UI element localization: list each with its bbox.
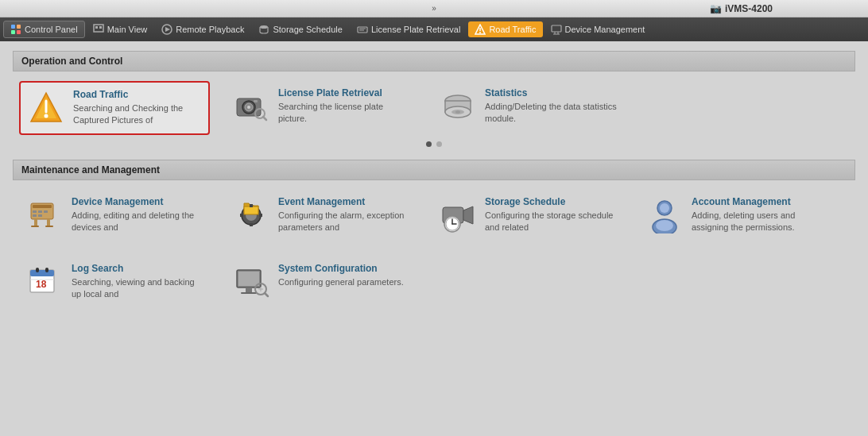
svg-point-27 <box>247 106 250 109</box>
event-management-icon <box>232 196 270 234</box>
event-management-title: Event Management <box>278 196 410 207</box>
svg-rect-4 <box>94 25 103 32</box>
card-system-config[interactable]: System Configuration Configuring general… <box>226 257 417 307</box>
dot-1[interactable] <box>426 141 432 147</box>
expand-button[interactable]: » <box>432 4 436 13</box>
device-management-text: Device Management Adding, editing and de… <box>72 196 203 234</box>
svg-point-35 <box>455 111 460 114</box>
license-plate-desc: Searching the license plate picture. <box>278 101 410 125</box>
card-log-search[interactable]: 18 Log Search Searching, viewing and bac… <box>19 257 210 307</box>
road-traffic-nav-icon <box>475 24 486 35</box>
statistics-desc: Adding/Deleting the data statistics modu… <box>485 101 617 125</box>
svg-text:18: 18 <box>36 279 47 290</box>
storage-schedule-desc: Configuring the storage schedule and rel… <box>485 210 617 234</box>
control-panel-icon <box>10 24 21 35</box>
svg-marker-55 <box>463 206 473 224</box>
nav-item-device-management[interactable]: Device Management <box>544 21 652 37</box>
log-search-desc: Searching, viewing and backing up local … <box>72 276 203 301</box>
svg-rect-66 <box>36 268 39 272</box>
svg-rect-40 <box>44 210 48 213</box>
svg-point-62 <box>660 203 669 213</box>
svg-rect-71 <box>238 272 259 286</box>
event-management-text: Event Management Configuring the alarm, … <box>278 196 410 234</box>
svg-rect-16 <box>552 25 561 32</box>
card-road-traffic[interactable]: Road Traffic Searching and Checking the … <box>19 81 210 135</box>
svg-rect-46 <box>45 226 53 227</box>
section-header-maintenance: Maintenance and Management <box>13 160 855 180</box>
nav-item-license-plate[interactable]: License Plate Retrieval <box>351 21 467 37</box>
system-config-icon <box>232 263 270 301</box>
svg-rect-37 <box>33 205 52 208</box>
nav-item-storage-schedule[interactable]: Storage Schedule <box>252 21 348 37</box>
title-bar: » 📷 iVMS-4200 <box>0 0 868 17</box>
device-management-title: Device Management <box>72 196 203 207</box>
svg-rect-6 <box>99 26 102 29</box>
road-traffic-title: Road Traffic <box>73 89 202 100</box>
main-view-icon <box>93 24 104 35</box>
account-management-text: Account Management Adding, deleting user… <box>692 196 823 234</box>
svg-rect-50 <box>250 204 253 207</box>
license-plate-icon <box>357 24 368 35</box>
nav-label-license-plate: License Plate Retrieval <box>371 25 461 34</box>
svg-rect-41 <box>33 214 37 217</box>
event-management-desc: Configuring the alarm, exception paramet… <box>278 210 410 234</box>
account-management-title: Account Management <box>692 196 823 207</box>
account-management-desc: Adding, deleting users and assigning the… <box>692 210 823 234</box>
device-management-icon <box>25 196 64 234</box>
statistics-icon <box>439 87 477 125</box>
svg-line-75 <box>265 293 268 296</box>
road-traffic-text: Road Traffic Searching and Checking the … <box>73 89 202 127</box>
svg-point-15 <box>479 32 481 33</box>
nav-item-road-traffic[interactable]: Road Traffic <box>468 21 542 37</box>
nav-label-main-view: Main View <box>107 25 148 34</box>
svg-point-23 <box>45 114 48 118</box>
device-management-nav-icon <box>551 24 562 35</box>
svg-rect-65 <box>30 270 54 276</box>
card-device-management[interactable]: Device Management Adding, editing and de… <box>19 190 210 241</box>
section-maintenance: Maintenance and Management <box>13 160 855 307</box>
log-search-icon: 18 <box>25 263 64 301</box>
svg-rect-28 <box>254 100 258 102</box>
svg-rect-52 <box>240 214 243 217</box>
statistics-title: Statistics <box>485 87 617 98</box>
statistics-text: Statistics Adding/Deleting the data stat… <box>485 87 617 125</box>
svg-rect-67 <box>45 268 48 272</box>
nav-item-main-view[interactable]: Main View <box>87 21 154 37</box>
svg-rect-2 <box>11 30 15 34</box>
nav-label-control-panel: Control Panel <box>25 25 78 34</box>
svg-rect-1 <box>17 25 21 29</box>
dot-2[interactable] <box>436 141 442 147</box>
storage-schedule-text: Storage Schedule Configuring the storage… <box>485 196 617 234</box>
svg-rect-39 <box>38 210 42 213</box>
card-account-management[interactable]: Account Management Adding, deleting user… <box>639 190 830 241</box>
operation-items-grid: Road Traffic Searching and Checking the … <box>13 81 855 135</box>
card-event-management[interactable]: Event Management Configuring the alarm, … <box>226 190 417 241</box>
system-config-title: System Configuration <box>278 263 410 274</box>
card-storage-schedule[interactable]: Storage Schedule Configuring the storage… <box>432 190 623 241</box>
log-search-text: Log Search Searching, viewing and backin… <box>72 263 203 301</box>
svg-rect-42 <box>38 214 42 217</box>
svg-rect-38 <box>33 210 37 213</box>
log-search-title: Log Search <box>72 263 203 274</box>
svg-point-63 <box>656 220 673 231</box>
maintenance-items-grid: Device Management Adding, editing and de… <box>13 190 855 307</box>
section-operation-control: Operation and Control Road Traffic Searc… <box>13 51 855 147</box>
svg-rect-53 <box>259 214 262 217</box>
camera-icon: 📷 <box>710 3 722 14</box>
app-title: 📷 iVMS-4200 <box>710 3 773 14</box>
nav-item-remote-playback[interactable]: Remote Playback <box>155 21 250 37</box>
road-traffic-icon <box>27 89 65 127</box>
license-plate-title: License Plate Retrieval <box>278 87 410 98</box>
account-management-icon <box>645 196 684 234</box>
storage-schedule-icon-main <box>439 196 477 234</box>
svg-rect-3 <box>17 30 21 34</box>
card-license-plate[interactable]: License Plate Retrieval Searching the li… <box>226 81 417 135</box>
storage-schedule-title: Storage Schedule <box>485 196 617 207</box>
license-plate-text: License Plate Retrieval Searching the li… <box>278 87 410 125</box>
license-plate-retrieval-icon <box>232 87 270 125</box>
card-statistics[interactable]: Statistics Adding/Deleting the data stat… <box>432 81 623 135</box>
section-header-operation: Operation and Control <box>13 51 855 71</box>
nav-item-control-panel[interactable]: Control Panel <box>3 21 85 38</box>
pagination-dots <box>13 141 855 147</box>
svg-rect-5 <box>95 26 98 29</box>
